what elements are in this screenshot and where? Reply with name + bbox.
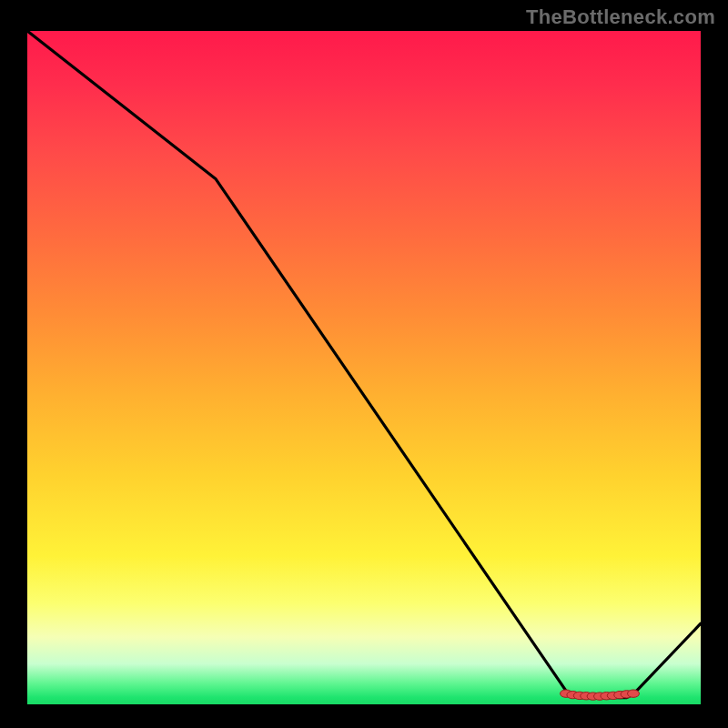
chart-svg	[27, 31, 701, 704]
curve-marker	[628, 690, 640, 697]
watermark-text: TheBottleneck.com	[526, 5, 715, 29]
plot-area	[27, 31, 701, 704]
chart-stage: TheBottleneck.com	[0, 0, 728, 728]
curve-line	[27, 31, 701, 698]
